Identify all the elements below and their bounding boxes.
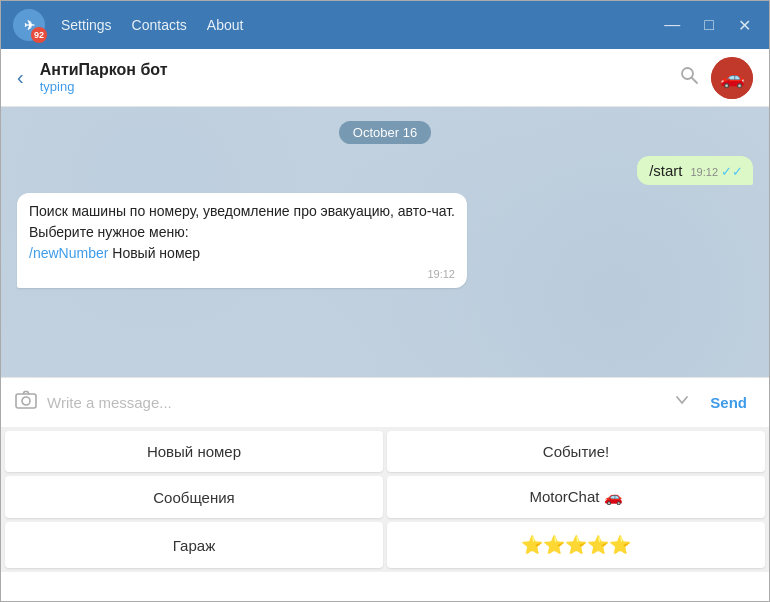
message-input[interactable] <box>47 394 662 411</box>
chat-name: АнтиПаркон бот <box>40 61 679 79</box>
read-receipts: ✓✓ <box>721 164 743 179</box>
search-icon[interactable] <box>679 65 699 90</box>
svg-line-1 <box>692 78 697 83</box>
svg-rect-4 <box>16 394 36 408</box>
send-button[interactable]: Send <box>702 390 755 415</box>
keyboard-button-new-number[interactable]: Новый номер <box>5 431 383 472</box>
svg-point-5 <box>22 397 30 405</box>
menu-about[interactable]: About <box>207 17 244 33</box>
back-button[interactable]: ‹ <box>17 66 24 89</box>
keyboard-button-garage[interactable]: Гараж <box>5 522 383 568</box>
maximize-button[interactable]: □ <box>698 12 720 38</box>
menu-settings[interactable]: Settings <box>61 17 112 33</box>
chevron-down-icon[interactable] <box>672 390 692 415</box>
chat-header: ‹ АнтиПаркон бот typing 🚗 <box>1 49 769 107</box>
message-text: /start <box>649 162 682 179</box>
bot-keyboard: Новый номер Событие! Сообщения MotorChat… <box>1 427 769 572</box>
header-icons: 🚗 <box>679 57 753 99</box>
chat-info: АнтиПаркон бот typing <box>40 61 679 94</box>
keyboard-button-stars[interactable]: ⭐⭐⭐⭐⭐ <box>387 522 765 568</box>
chat-area[interactable]: October 16 /start 19:12 ✓✓ Поиск машины … <box>1 107 769 377</box>
outgoing-message: /start 19:12 ✓✓ <box>637 156 753 185</box>
svg-point-0 <box>682 68 693 79</box>
chat-status: typing <box>40 79 679 94</box>
app-logo: ✈ 92 <box>13 9 45 41</box>
incoming-message: Поиск машины по номеру, уведомление про … <box>17 193 467 288</box>
message-link[interactable]: /newNumber <box>29 245 108 261</box>
message-link-suffix: Новый номер <box>108 245 200 261</box>
window-controls: — □ ✕ <box>658 12 757 39</box>
title-bar: ✈ 92 Settings Contacts About — □ ✕ <box>1 1 769 49</box>
menu-bar: Settings Contacts About <box>61 17 658 33</box>
notification-badge: 92 <box>31 27 47 43</box>
svg-text:🚗: 🚗 <box>720 65 745 89</box>
message-body: Поиск машины по номеру, уведомление про … <box>29 201 455 264</box>
avatar: 🚗 <box>711 57 753 99</box>
keyboard-button-event[interactable]: Событие! <box>387 431 765 472</box>
date-badge: October 16 <box>339 121 431 144</box>
menu-contacts[interactable]: Contacts <box>132 17 187 33</box>
camera-icon[interactable] <box>15 390 37 415</box>
message-time: 19:12 ✓✓ <box>690 164 743 179</box>
input-area: Send <box>1 377 769 427</box>
keyboard-button-motorchat[interactable]: MotorChat 🚗 <box>387 476 765 518</box>
close-button[interactable]: ✕ <box>732 12 757 39</box>
minimize-button[interactable]: — <box>658 12 686 38</box>
message-time-in: 19:12 <box>427 268 455 280</box>
message-footer: 19:12 <box>29 268 455 280</box>
keyboard-button-messages[interactable]: Сообщения <box>5 476 383 518</box>
